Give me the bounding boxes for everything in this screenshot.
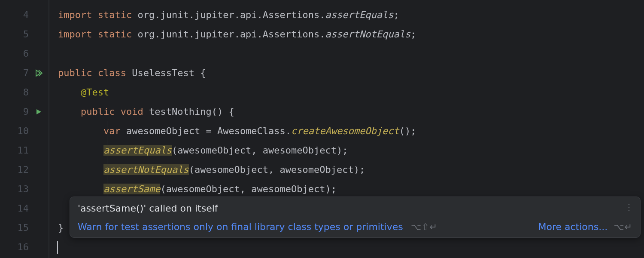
warning-method-call: assertEquals [103, 145, 172, 156]
more-vertical-icon[interactable]: ⋮ [625, 203, 633, 212]
tooltip-actions: Warn for test assertions only on final l… [78, 221, 632, 232]
indent-guide [83, 179, 83, 199]
imported-method: assertNotEquals [325, 29, 411, 40]
punct: { [228, 106, 234, 117]
line-number: 4 [7, 9, 29, 20]
keyword: import [58, 29, 92, 40]
indent-guide [83, 160, 83, 179]
class-name: UselessTest [126, 68, 200, 78]
gutter-row[interactable]: 11 [0, 141, 49, 160]
line-number: 12 [7, 164, 29, 175]
warning-method-call: assertNotEquals [103, 164, 189, 175]
identifier: awesomeObject [121, 126, 206, 136]
code-line[interactable]: import static org.junit.jupiter.api.Asse… [58, 5, 644, 25]
package-path: org.junit.jupiter.api.Assertions. [132, 29, 325, 40]
line-number: 14 [7, 203, 29, 214]
keyword: void [121, 106, 143, 117]
line-number: 8 [7, 87, 29, 98]
gutter-row[interactable]: 12 [0, 160, 49, 179]
gutter-row[interactable]: 6 [0, 44, 49, 63]
code-line[interactable]: assertNotEquals(awesomeObject, awesomeOb… [58, 160, 644, 179]
line-number: 5 [7, 29, 29, 40]
imported-method: assertEquals [325, 9, 394, 20]
keyword: class [98, 68, 126, 78]
keyword: import [58, 9, 92, 20]
punct: ; [394, 9, 399, 20]
indent-guide [83, 121, 83, 141]
inspection-title: 'assertSame()' called on itself [78, 203, 632, 214]
line-number: 9 [7, 106, 29, 117]
line-number: 11 [7, 145, 29, 156]
code-line[interactable]: public class UselessTest { [58, 63, 644, 83]
gutter-row[interactable]: 15 [0, 218, 49, 237]
keyword: static [98, 9, 132, 20]
gutter-row[interactable]: 9 [0, 102, 49, 121]
keyword: static [98, 29, 132, 40]
gutter-row[interactable]: 13 [0, 179, 49, 199]
run-test-icon[interactable] [32, 108, 45, 115]
gutter-row[interactable]: 5 [0, 25, 49, 44]
method-call: createAwesomeObject [291, 126, 399, 136]
code-line[interactable] [58, 237, 644, 257]
shortcut-hint: ⌥⇧↵ [411, 222, 437, 232]
gutter-row[interactable]: 4 [0, 5, 49, 25]
gutter: 4 5 6 7 8 9 10 11 12 13 14 15 16 [0, 0, 49, 258]
indent-guide [107, 121, 107, 141]
code-line[interactable] [58, 44, 644, 63]
shortcut-hint: ⌥↵ [614, 222, 632, 232]
gutter-row[interactable]: 10 [0, 121, 49, 141]
args: (awesomeObject, awesomeObject); [160, 184, 337, 194]
code-line[interactable]: import static org.junit.jupiter.api.Asse… [58, 25, 644, 44]
more-actions-link[interactable]: More actions... [538, 221, 608, 232]
args: (awesomeObject, awesomeObject); [189, 164, 365, 175]
code-line[interactable]: assertSame(awesomeObject, awesomeObject)… [58, 179, 644, 199]
indent-guide [107, 141, 107, 160]
args: (awesomeObject, awesomeObject); [172, 145, 348, 156]
punct: = [206, 126, 211, 136]
keyword: var [103, 126, 121, 136]
code-line[interactable]: assertEquals(awesomeObject, awesomeObjec… [58, 141, 644, 160]
indent-guide [83, 141, 83, 160]
gutter-row[interactable]: 14 [0, 199, 49, 218]
indent-guide [107, 179, 107, 199]
line-number: 6 [7, 48, 29, 59]
code-line[interactable]: public void testNothing() { [58, 102, 644, 121]
annotation: @Test [81, 87, 109, 98]
keyword: public [81, 106, 115, 117]
punct: (); [399, 126, 416, 136]
inspection-tooltip: ⋮ 'assertSame()' called on itself Warn f… [70, 197, 641, 238]
class-ref: AwesomeClass. [212, 126, 291, 136]
line-number: 13 [7, 184, 29, 194]
punct: ; [410, 29, 416, 40]
punct: } [58, 222, 64, 233]
quickfix-link[interactable]: Warn for test assertions only on final l… [78, 221, 403, 232]
punct: () [212, 106, 229, 117]
code-line[interactable]: var awesomeObject = AwesomeClass.createA… [58, 121, 644, 141]
keyword: public [58, 68, 92, 78]
warning-method-call: assertSame [103, 184, 160, 194]
indent-guide [83, 102, 83, 121]
punct: { [200, 68, 206, 78]
gutter-row[interactable]: 8 [0, 83, 49, 102]
line-number: 10 [7, 126, 29, 136]
indent-guide [107, 160, 107, 179]
method-name: testNothing [143, 106, 212, 117]
gutter-row[interactable]: 7 [0, 63, 49, 83]
code-line[interactable]: @Test [58, 83, 644, 102]
line-number: 7 [7, 68, 29, 78]
package-path: org.junit.jupiter.api.Assertions. [132, 9, 325, 20]
gutter-row[interactable]: 16 [0, 237, 49, 257]
line-number: 15 [7, 222, 29, 233]
run-class-icon[interactable] [32, 69, 45, 77]
line-number: 16 [7, 242, 29, 252]
text-cursor [57, 241, 58, 254]
